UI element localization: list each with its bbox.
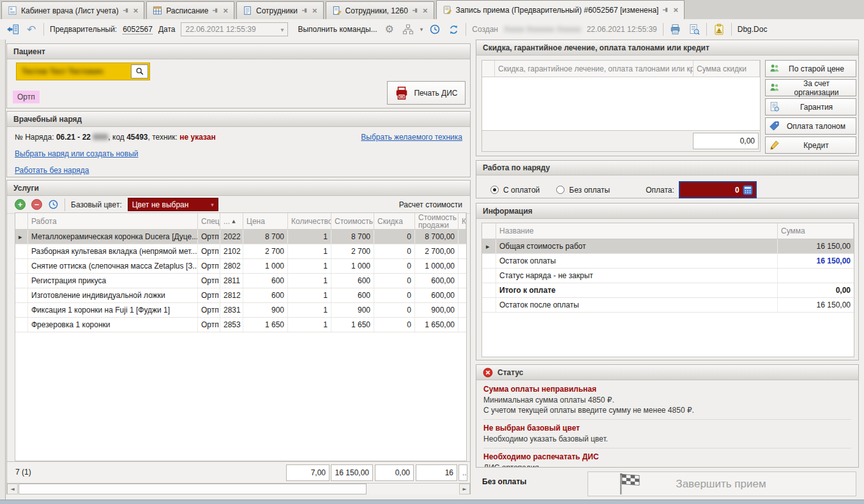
status-group-header: Статус <box>476 365 858 380</box>
paid-radio[interactable] <box>490 186 499 194</box>
select-technician-link[interactable]: Выбрать желаемого техника <box>361 133 462 142</box>
col-discount-sum[interactable]: Сумма скидки <box>693 61 760 77</box>
services-toolbar: + − Базовый цвет: Цвет не выбран ▾ Расче… <box>7 196 470 214</box>
date-value: 22.06.2021 12:55:39 <box>185 25 255 34</box>
finish-appointment-button[interactable]: Завершить прием <box>587 471 856 496</box>
tab-employees-1260[interactable]: Сотрудники, 1260 × <box>326 1 434 19</box>
service-row[interactable]: Металлокерамическая коронка Ducera [Дуце… <box>15 230 466 244</box>
history-icon[interactable] <box>428 23 441 36</box>
col-work[interactable]: Работа <box>28 213 198 229</box>
col-cost[interactable]: Стоимость <box>331 213 374 229</box>
pin-icon[interactable] <box>662 6 669 13</box>
info-row[interactable]: Остаток оплаты 16 150,00 <box>482 254 854 269</box>
old-price-button[interactable]: По старой цене <box>765 60 856 77</box>
close-icon[interactable]: × <box>423 7 428 15</box>
close-icon[interactable]: × <box>223 7 228 15</box>
left-splitter[interactable] <box>0 40 6 500</box>
service-row[interactable]: Изготовление индивидуальной ложки Ортп 2… <box>15 288 466 303</box>
dbg-doc-button[interactable]: Dbg.Doc <box>738 25 768 34</box>
service-row[interactable]: Снятие оттиска (слепочная масса Zetaplus… <box>15 259 466 274</box>
base-color-combo[interactable]: Цвет не выбран ▾ <box>128 198 218 211</box>
cell-qty: 1 <box>288 288 331 302</box>
service-row[interactable]: Фиксация 1 коронки на Fuji 1 [Фуджи 1] О… <box>15 303 466 318</box>
indicator-column-header <box>482 223 496 239</box>
service-row[interactable]: Регистрация прикуса Ортп 2811 600 1 600 … <box>15 274 466 288</box>
pin-icon[interactable] <box>212 7 219 14</box>
cell-qty: 1 <box>288 259 331 273</box>
col-discount[interactable]: Скидка <box>374 213 415 229</box>
col-name[interactable]: Название <box>496 223 778 239</box>
col-code[interactable]: ... ▲ <box>220 213 243 229</box>
date-combo[interactable]: 22.06.2021 12:55:39 ▾ <box>181 22 288 36</box>
remove-service-icon[interactable]: − <box>31 199 42 210</box>
scrollbar-thumb[interactable] <box>19 484 367 494</box>
service-row[interactable]: Разборная культевая вкладка (непрямой ме… <box>15 244 466 259</box>
gear-icon[interactable]: ⚙ <box>383 23 396 36</box>
tab-appointment-record[interactable]: Запись приема (Предварительный) #6052567… <box>436 0 685 19</box>
calculator-icon[interactable] <box>743 185 753 195</box>
warning-clipboard-icon[interactable] <box>713 23 725 36</box>
col-ko[interactable]: К о <box>459 213 466 229</box>
service-row[interactable]: Фрезеровка 1 коронки Ортп 2853 1 650 1 1… <box>15 318 466 332</box>
pin-icon[interactable] <box>123 7 130 14</box>
cell-name: Итого к оплате <box>496 283 778 297</box>
cell-work: Разборная культевая вкладка (непрямой ме… <box>28 244 198 258</box>
info-row[interactable]: Итого к оплате 0,00 <box>482 283 854 298</box>
scroll-left-icon[interactable]: ◄ <box>7 484 18 494</box>
discounts-grid-footer: 0,00 <box>482 130 760 151</box>
pin-icon[interactable] <box>301 7 308 14</box>
discounts-grid-header: Скидка, гарантийное лечение, оплата тало… <box>482 61 760 77</box>
patient-search-button[interactable] <box>131 64 148 78</box>
cell-qty: 1 <box>288 303 331 317</box>
scroll-right-icon[interactable]: ► <box>459 484 470 494</box>
undo-icon[interactable]: ↶ <box>25 23 38 36</box>
cell-discount: 0 <box>374 259 415 273</box>
print-icon[interactable] <box>669 23 682 36</box>
tab-employees[interactable]: Сотрудники × <box>236 1 324 19</box>
totals-more-button[interactable]: .. <box>459 464 467 481</box>
col-discount-main[interactable]: Скидка, гарантийное лечение, оплата тало… <box>495 61 693 77</box>
info-row[interactable]: Остаток после оплаты 16 150,00 <box>482 298 854 313</box>
unpaid-radio[interactable] <box>556 186 565 194</box>
cell-price: 900 <box>243 303 288 317</box>
payment-input[interactable]: 0 <box>679 181 757 198</box>
credit-button[interactable]: Кредит <box>765 137 856 154</box>
col-price[interactable]: Цена <box>243 213 288 229</box>
close-icon[interactable]: × <box>133 7 139 15</box>
info-grid: Название Сумма Общая стоимость работ 16 … <box>481 223 854 357</box>
tab-schedule[interactable]: Расписание × <box>146 1 234 19</box>
tab-doctor-cabinet[interactable]: Кабинет врача (Лист учета) × <box>1 1 144 19</box>
voucher-payment-button[interactable]: Оплата талоном <box>765 117 856 135</box>
cell-code: 2853 <box>220 318 243 332</box>
service-history-icon[interactable] <box>48 199 59 210</box>
tree-icon[interactable] <box>402 23 414 36</box>
cell-name: Остаток оплаты <box>496 254 778 268</box>
col-spec[interactable]: Спец. <box>198 213 220 229</box>
print-preview-icon[interactable] <box>688 23 701 36</box>
record-number-link[interactable]: 6052567 <box>123 25 153 34</box>
info-row[interactable]: Общая стоимость работ 16 150,00 <box>482 239 854 254</box>
close-icon[interactable]: × <box>673 6 678 14</box>
payment-label: Оплата: <box>646 186 674 195</box>
run-commands-button[interactable]: Выполнить команды... <box>298 25 377 34</box>
org-expense-button[interactable]: За счет организации <box>765 79 856 96</box>
col-sum[interactable]: Сумма <box>778 223 854 239</box>
print-dis-button[interactable]: Печать ДИС <box>387 81 466 105</box>
col-qty[interactable]: Количество <box>288 213 331 229</box>
refresh-icon[interactable] <box>447 23 460 36</box>
info-row[interactable]: Статус наряда - не закрыт <box>482 269 854 283</box>
cell-cost: 1 650 <box>331 318 374 332</box>
pin-icon[interactable] <box>412 7 419 14</box>
info-group-header: Информация <box>476 204 858 219</box>
cost-calculation-button[interactable]: Расчет стоимости <box>399 200 462 209</box>
chevron-down-icon[interactable]: ▾ <box>420 26 423 33</box>
col-sale[interactable]: Стоимость продажи <box>415 213 459 229</box>
add-service-icon[interactable]: + <box>15 199 26 210</box>
select-order-link[interactable]: Выбрать наряд или создать новый <box>15 149 139 158</box>
close-icon[interactable]: × <box>312 7 317 15</box>
horizontal-scrollbar[interactable]: ◄ ► <box>7 484 470 494</box>
work-without-order-link[interactable]: Работать без наряда <box>15 166 89 175</box>
tab-label: Кабинет врача (Лист учета) <box>21 6 119 15</box>
save-close-icon[interactable] <box>6 23 19 36</box>
warranty-button[interactable]: Гарантия <box>765 98 856 115</box>
